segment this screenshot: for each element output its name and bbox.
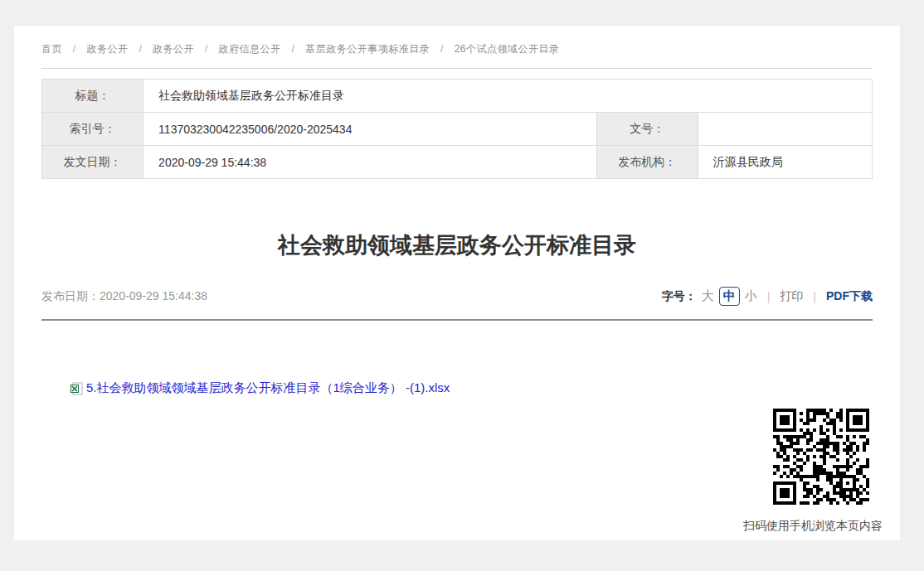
breadcrumb-item-3[interactable]: 政府信息公开 (219, 43, 281, 55)
toolbar-separator: | (813, 290, 816, 303)
toolbar-separator: | (767, 290, 771, 303)
breadcrumb-separator: / (73, 43, 76, 55)
pdf-download-button[interactable]: PDF下载 (826, 289, 873, 304)
font-size-large-button[interactable]: 大 (702, 288, 714, 304)
publish-date: 发布日期：2020-09-29 15:44:38 (41, 289, 207, 304)
qr-code (772, 408, 870, 506)
meta-date-label: 发文日期： (42, 146, 143, 179)
breadcrumb-separator: / (440, 43, 444, 55)
meta-title-label: 标题： (42, 80, 143, 113)
content-card: 首页 / 政务公开 / 政务公开 / 政府信息公开 / 基层政务公开事项标准目录… (14, 26, 900, 540)
meta-title-value: 社会救助领域基层政务公开标准目录 (143, 80, 873, 113)
breadcrumb-separator: / (205, 43, 208, 55)
content-divider (41, 319, 873, 321)
page-title: 社会救助领域基层政务公开标准目录 (41, 230, 873, 260)
excel-file-icon (70, 382, 83, 395)
breadcrumb: 首页 / 政务公开 / 政务公开 / 政府信息公开 / 基层政务公开事项标准目录… (41, 26, 873, 56)
print-button[interactable]: 打印 (780, 289, 803, 304)
article-toolbar: 发布日期：2020-09-29 15:44:38 字号： 大 中 小 | 打印 … (41, 287, 873, 306)
table-row: 发文日期： 2020-09-29 15:44:38 发布机构： 沂源县民政局 (42, 146, 873, 179)
meta-index-label: 索引号： (42, 113, 143, 146)
breadcrumb-separator: / (291, 43, 294, 55)
meta-index-value: 113703230042235006/2020-2025434 (143, 113, 597, 146)
breadcrumb-divider (41, 68, 873, 69)
meta-agency-label: 发布机构： (596, 146, 698, 179)
meta-docnum-label: 文号： (596, 113, 698, 146)
font-size-label: 字号： (662, 289, 697, 304)
breadcrumb-item-2[interactable]: 政务公开 (153, 43, 194, 55)
breadcrumb-separator: / (139, 43, 142, 55)
meta-docnum-value (698, 113, 872, 146)
font-size-small-button[interactable]: 小 (745, 288, 757, 304)
meta-agency-value: 沂源县民政局 (698, 146, 872, 179)
document-meta-table: 标题： 社会救助领域基层政务公开标准目录 索引号： 11370323004223… (41, 79, 873, 179)
breadcrumb-item-home[interactable]: 首页 (41, 43, 62, 55)
breadcrumb-item-4[interactable]: 基层政务公开事项标准目录 (305, 43, 430, 55)
attachment-link[interactable]: 5.社会救助领域领域基层政务公开标准目录（1综合业务） -(1).xlsx (86, 380, 450, 396)
breadcrumb-item-1[interactable]: 政务公开 (87, 43, 129, 55)
table-row: 索引号： 113703230042235006/2020-2025434 文号： (42, 113, 873, 146)
breadcrumb-item-5[interactable]: 26个试点领域公开目录 (455, 43, 560, 55)
font-size-medium-button[interactable]: 中 (719, 287, 740, 306)
meta-date-value: 2020-09-29 15:44:38 (143, 146, 597, 179)
table-row: 标题： 社会救助领域基层政务公开标准目录 (42, 80, 873, 113)
attachment-row: 5.社会救助领域领域基层政务公开标准目录（1综合业务） -(1).xlsx (70, 380, 873, 396)
qr-caption: 扫码使用手机浏览本页内容 (743, 519, 883, 534)
